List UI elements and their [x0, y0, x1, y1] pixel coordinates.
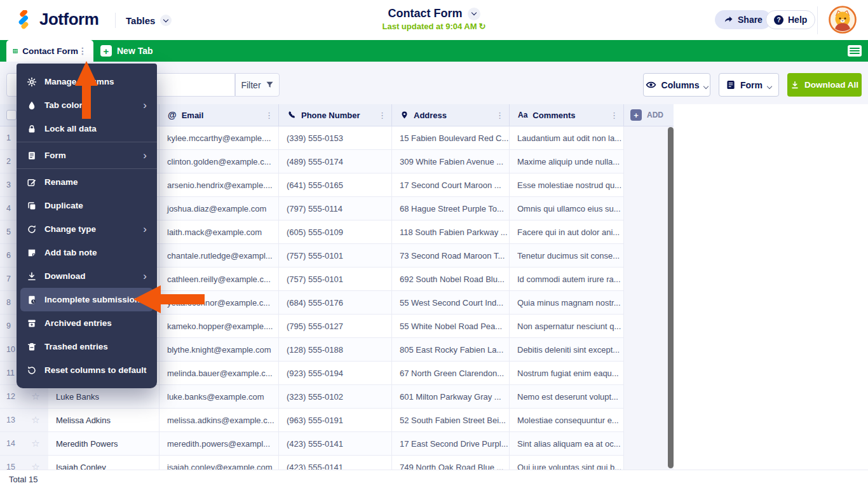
user-avatar[interactable] — [829, 6, 857, 34]
cell-phone[interactable]: (963) 555-0191 — [279, 409, 392, 432]
column-header-address[interactable]: Address ⋮ — [392, 104, 510, 126]
cell-comments[interactable]: Non aspernatur nesciunt q... — [510, 315, 624, 338]
new-tab-button[interactable]: + New Tab — [100, 45, 153, 57]
menu-item-reset-columns-to-default[interactable]: Reset columns to default — [20, 358, 153, 382]
cell-comments[interactable]: Maxime aliquip unde nulla... — [510, 150, 624, 173]
cell-address[interactable]: 68 Hague Street Purple To... — [392, 197, 510, 220]
cell-phone[interactable]: (923) 555-0194 — [279, 362, 392, 385]
cell-address[interactable]: 67 North Green Clarendon... — [392, 362, 510, 385]
cell-phone[interactable]: (605) 555-0109 — [279, 220, 392, 244]
cell-email[interactable]: meredith.powers@exampl... — [159, 432, 279, 456]
cell-email[interactable]: kameko.hopper@example.... — [159, 315, 279, 338]
add-column-button[interactable]: + ADD — [624, 104, 674, 126]
cell-address[interactable]: 749 North Oak Road Blue ... — [392, 456, 510, 470]
cell-email[interactable]: blythe.knight@example.com — [159, 338, 279, 362]
menu-item-archived-entries[interactable]: Archived entries — [20, 311, 153, 335]
cell-comments[interactable]: Omnis qui ullamco eius su... — [510, 197, 624, 220]
cell-name[interactable]: Meredith Powers — [48, 432, 159, 456]
cell-address[interactable]: 73 Second Road Maroon T... — [392, 244, 510, 268]
menu-item-duplicate[interactable]: Duplicate — [20, 194, 153, 217]
cell-phone[interactable]: (641) 555-0165 — [279, 173, 392, 197]
cell-address[interactable]: 55 West Second Court Ind... — [392, 291, 510, 315]
cell-phone[interactable]: (128) 555-0188 — [279, 338, 392, 362]
cell-comments[interactable]: Quia minus magnam nostr... — [510, 291, 624, 315]
cell-phone[interactable]: (339) 555-0153 — [279, 126, 392, 150]
cell-email[interactable]: arsenio.hendrix@example.... — [159, 173, 279, 197]
cell-email[interactable]: laith.mack@example.com — [159, 220, 279, 244]
menu-item-manage-columns[interactable]: Manage columns — [20, 70, 153, 93]
cell-address[interactable]: 118 South Fabien Parkway ... — [392, 220, 510, 244]
filter-button[interactable]: Filter — [235, 73, 280, 97]
cell-phone[interactable]: (757) 555-0101 — [279, 244, 392, 268]
cell-name[interactable]: Luke Banks — [48, 385, 159, 409]
cell-address[interactable]: 692 South Nobel Road Blu... — [392, 268, 510, 291]
cell-email[interactable]: isaiah.conley@example.com — [159, 456, 279, 470]
column-header-email[interactable]: @ Email ⋮ — [159, 104, 279, 126]
cell-address[interactable]: 15 Fabien Boulevard Red C... — [392, 126, 510, 150]
column-menu-icon[interactable]: ⋮ — [496, 111, 504, 120]
favorite-star-icon[interactable]: ☆ — [23, 456, 48, 470]
column-menu-icon[interactable]: ⋮ — [378, 111, 386, 120]
cell-comments[interactable]: Laudantium aut odit non la... — [510, 126, 624, 150]
menu-item-add-tab-note[interactable]: Add tab note — [20, 241, 153, 264]
menu-item-download[interactable]: Download› — [20, 264, 153, 288]
favorite-star-icon[interactable]: ☆ — [23, 409, 48, 432]
cell-phone[interactable]: (423) 555-0141 — [279, 432, 392, 456]
cell-comments[interactable]: Nostrum fugiat enim eaqu... — [510, 362, 624, 385]
cell-comments[interactable]: Nemo est deserunt volupt... — [510, 385, 624, 409]
tab-list-icon[interactable] — [848, 44, 862, 57]
cell-phone[interactable]: (797) 555-0114 — [279, 197, 392, 220]
cell-email[interactable]: melissa.adkins@example.c... — [159, 409, 279, 432]
cell-name[interactable]: Melissa Adkins — [48, 409, 159, 432]
cell-address[interactable]: 601 Milton Parkway Gray ... — [392, 385, 510, 409]
refresh-icon[interactable]: ↻ — [479, 22, 486, 31]
cell-name[interactable]: Isaiah Conley — [48, 456, 159, 470]
cell-address[interactable]: 17 East Second Drive Purpl... — [392, 432, 510, 456]
column-header-phone[interactable]: Phone Number ⋮ — [279, 104, 392, 126]
cell-phone[interactable]: (423) 555-0141 — [279, 456, 392, 470]
cell-email[interactable]: clinton.golden@example.c... — [159, 150, 279, 173]
cell-address[interactable]: 805 East Rocky Fabien La... — [392, 338, 510, 362]
cell-comments[interactable]: Esse molestiae nostrud qu... — [510, 173, 624, 197]
cell-address[interactable]: 17 Second Court Maroon ... — [392, 173, 510, 197]
select-all-checkbox[interactable] — [6, 110, 17, 120]
cell-comments[interactable]: Tenetur ducimus sit conse... — [510, 244, 624, 268]
cell-phone[interactable]: (757) 555-0101 — [279, 268, 392, 291]
columns-button[interactable]: Columns — [643, 73, 710, 97]
cell-address[interactable]: 55 White Nobel Road Pea... — [392, 315, 510, 338]
menu-item-lock-all-data[interactable]: Lock all data — [20, 117, 153, 140]
help-button[interactable]: ? Help — [766, 10, 815, 29]
cell-address[interactable]: 52 South Fabien Street Bei... — [392, 409, 510, 432]
column-menu-icon[interactable]: ⋮ — [265, 111, 273, 120]
cell-comments[interactable]: Debitis deleniti sint except... — [510, 338, 624, 362]
favorite-star-icon[interactable]: ☆ — [23, 432, 48, 456]
download-all-button[interactable]: Download All — [787, 73, 862, 97]
share-button[interactable]: Share — [715, 10, 771, 29]
menu-item-rename[interactable]: Rename — [20, 170, 153, 194]
cell-phone[interactable]: (795) 555-0127 — [279, 315, 392, 338]
cell-phone[interactable]: (489) 555-0174 — [279, 150, 392, 173]
cell-comments[interactable]: Molestiae consequuntur e... — [510, 409, 624, 432]
cell-phone[interactable]: (684) 555-0176 — [279, 291, 392, 315]
cell-address[interactable]: 309 White Fabien Avenue ... — [392, 150, 510, 173]
title-dropdown-icon[interactable] — [468, 8, 480, 20]
menu-item-form[interactable]: Form› — [20, 144, 153, 167]
cell-comments[interactable]: Facere qui in aut dolor ani... — [510, 220, 624, 244]
cell-email[interactable]: kylee.mccarthy@example.... — [159, 126, 279, 150]
cell-email[interactable]: yetta.oconnor@example.c... — [159, 291, 279, 315]
vertical-scrollbar[interactable] — [668, 127, 674, 468]
cell-email[interactable]: melinda.bauer@example.c... — [159, 362, 279, 385]
tab-menu-trigger-icon[interactable]: ⋮ — [78, 46, 87, 55]
cell-comments[interactable]: Id commodi autem irure ra... — [510, 268, 624, 291]
column-menu-icon[interactable]: ⋮ — [610, 111, 618, 120]
column-header-comments[interactable]: Aa Comments ⋮ — [510, 104, 624, 126]
cell-comments[interactable]: Qui iure voluptas sint qui b... — [510, 456, 624, 470]
favorite-star-icon[interactable]: ☆ — [23, 385, 48, 409]
cell-email[interactable]: cathleen.reilly@example.c... — [159, 268, 279, 291]
menu-item-tab-colors[interactable]: Tab colors› — [20, 93, 153, 117]
tab-contact-form[interactable]: Contact Form ⋮ — [6, 40, 93, 62]
cell-email[interactable]: chantale.rutledge@exampl... — [159, 244, 279, 268]
form-button[interactable]: Form — [719, 73, 779, 97]
cell-email[interactable]: joshua.diaz@example.com — [159, 197, 279, 220]
cell-comments[interactable]: Sint alias aliquam ea at oc... — [510, 432, 624, 456]
